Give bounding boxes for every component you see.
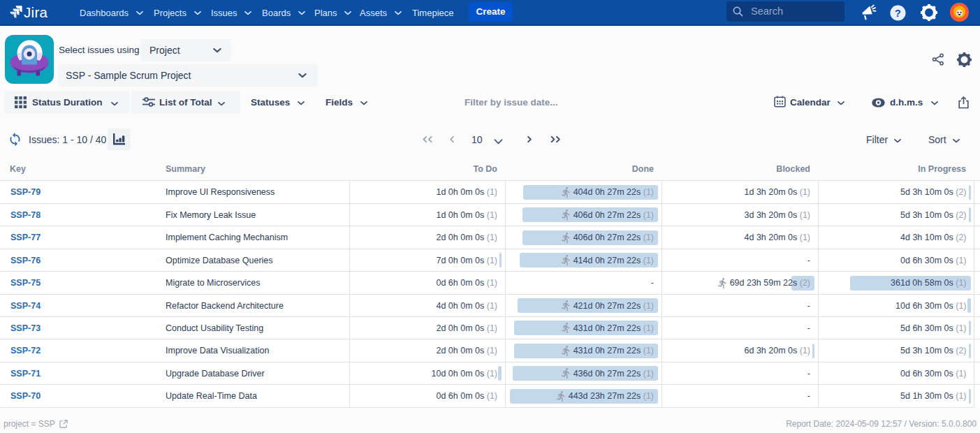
svg-text:?: ? (895, 8, 901, 19)
